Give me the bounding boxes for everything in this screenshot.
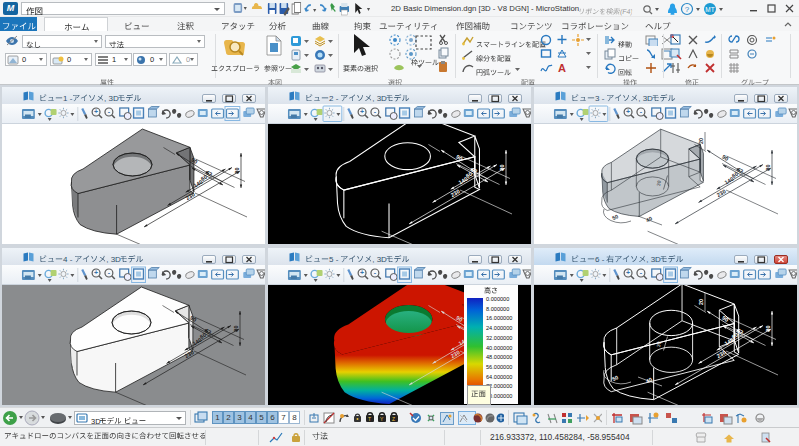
svg-text:4 -: 4 - [63,255,73,264]
svg-text:2 -: 2 - [329,94,339,103]
svg-text:T: T [368,416,371,422]
svg-text:+: + [626,269,630,276]
svg-text:20: 20 [698,138,704,144]
svg-text:3D: 3D [91,417,101,426]
svg-text:48.000000: 48.000000 [486,354,512,360]
svg-text:-: - [374,108,377,115]
svg-text:+: + [626,108,630,115]
svg-text:5 -: 5 - [329,255,339,264]
svg-text:-: - [108,108,111,115]
svg-text:+: + [94,108,98,115]
svg-text:A: A [558,62,566,74]
svg-text:230: 230 [716,349,727,359]
svg-text:, 3D: , 3D [638,94,653,103]
svg-text:64.000000: 64.000000 [486,374,512,380]
svg-text:+: + [360,269,364,276]
svg-text:1 -: 1 - [63,94,73,103]
svg-text:0.000000: 0.000000 [486,296,509,302]
svg-text:230: 230 [716,188,727,198]
svg-text:3 -: 3 - [595,94,605,103]
svg-text:-: - [374,269,377,276]
svg-text:Z: Z [392,416,395,422]
svg-text:56.000000: 56.000000 [486,364,512,370]
svg-text:-: - [108,269,111,276]
svg-text:, 3D: , 3D [646,255,661,264]
svg-text:MT: MT [705,6,714,13]
svg-text:80: 80 [765,164,771,170]
svg-text:80: 80 [234,167,240,173]
svg-text:90: 90 [721,154,729,162]
svg-text:50: 50 [611,374,619,382]
svg-text:, 3D: , 3D [372,255,387,264]
svg-text:32.000000: 32.000000 [486,335,512,341]
svg-text:20: 20 [698,299,704,305]
svg-text:?: ? [685,5,690,14]
svg-text:8.000000: 8.000000 [486,306,509,312]
svg-text:24.000000: 24.000000 [486,325,512,331]
svg-text:+: + [360,108,364,115]
svg-text:, 3D: , 3D [372,94,387,103]
svg-text:(F4): (F4) [619,8,632,16]
svg-text:80: 80 [233,325,239,331]
svg-text:90: 90 [721,315,729,323]
svg-text:80: 80 [765,325,771,331]
svg-text:230: 230 [450,188,461,198]
svg-text:+: + [94,269,98,276]
svg-text:90: 90 [455,154,463,162]
svg-text:50: 50 [611,213,619,221]
svg-text:16.000000: 16.000000 [486,315,512,321]
svg-text:80: 80 [499,164,505,170]
svg-text:6 -: 6 - [595,255,605,264]
svg-text:-: - [640,108,643,115]
svg-text:-: - [640,269,643,276]
svg-text:, 3D: , 3D [104,94,119,103]
svg-text:40.000000: 40.000000 [486,345,512,351]
svg-text:, 3D: , 3D [106,255,121,264]
